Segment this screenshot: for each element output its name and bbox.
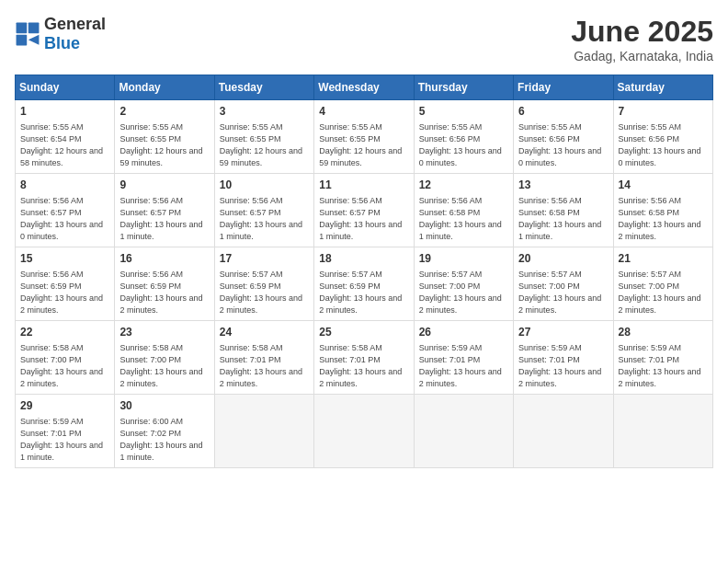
day-info: Sunrise: 5:59 AMSunset: 7:01 PMDaylight:… [619,342,708,390]
calendar-week-2: 8Sunrise: 5:56 AMSunset: 6:57 PMDaylight… [16,173,713,247]
calendar-cell: 9Sunrise: 5:56 AMSunset: 6:57 PMDaylight… [115,173,214,247]
day-number: 4 [319,104,408,120]
calendar-cell: 26Sunrise: 5:59 AMSunset: 7:01 PMDayligh… [414,320,513,394]
day-number: 20 [518,251,608,267]
title-block: June 2025 Gadag, Karnataka, India [571,15,713,63]
day-info: Sunrise: 5:56 AMSunset: 6:58 PMDaylight:… [419,195,508,243]
day-info: Sunrise: 5:55 AMSunset: 6:55 PMDaylight:… [220,121,309,169]
calendar-cell: 8Sunrise: 5:56 AMSunset: 6:57 PMDaylight… [16,173,115,247]
calendar-cell: 6Sunrise: 5:55 AMSunset: 6:56 PMDaylight… [514,100,613,174]
day-info: Sunrise: 5:59 AMSunset: 7:01 PMDaylight:… [20,416,109,464]
calendar-cell: 2Sunrise: 5:55 AMSunset: 6:55 PMDaylight… [115,100,214,174]
svg-rect-3 [17,35,28,46]
day-info: Sunrise: 5:56 AMSunset: 6:59 PMDaylight:… [119,269,209,316]
day-number: 14 [619,178,708,193]
weekday-header-tuesday: Tuesday [214,75,313,100]
day-info: Sunrise: 5:56 AMSunset: 6:58 PMDaylight:… [619,195,708,243]
logo-general: General [44,15,106,33]
weekday-header-monday: Monday [115,75,214,100]
calendar-cell [314,394,414,467]
weekday-header-thursday: Thursday [414,75,513,100]
calendar-cell: 19Sunrise: 5:57 AMSunset: 7:00 PMDayligh… [414,247,513,320]
day-number: 28 [619,325,708,340]
calendar-cell: 21Sunrise: 5:57 AMSunset: 7:00 PMDayligh… [613,247,712,320]
day-number: 23 [119,325,209,340]
logo: General Blue [15,15,106,53]
day-info: Sunrise: 5:55 AMSunset: 6:55 PMDaylight:… [119,121,209,169]
day-number: 29 [20,398,109,414]
weekday-header-wednesday: Wednesday [314,75,414,100]
day-number: 24 [220,325,309,340]
weekday-header-row: SundayMondayTuesdayWednesdayThursdayFrid… [16,75,713,100]
day-number: 22 [20,325,109,340]
calendar-cell: 24Sunrise: 5:58 AMSunset: 7:01 PMDayligh… [214,320,313,394]
calendar-cell: 20Sunrise: 5:57 AMSunset: 7:00 PMDayligh… [514,247,613,320]
month-title: June 2025 [571,15,713,49]
calendar-cell: 5Sunrise: 5:55 AMSunset: 6:56 PMDaylight… [414,100,513,174]
day-number: 30 [119,398,209,414]
calendar-cell: 22Sunrise: 5:58 AMSunset: 7:00 PMDayligh… [16,320,115,394]
day-number: 26 [419,325,508,340]
calendar-cell: 27Sunrise: 5:59 AMSunset: 7:01 PMDayligh… [514,320,613,394]
day-info: Sunrise: 5:59 AMSunset: 7:01 PMDaylight:… [518,342,608,390]
calendar-cell: 25Sunrise: 5:58 AMSunset: 7:01 PMDayligh… [314,320,414,394]
calendar-cell [514,394,613,467]
day-number: 10 [220,178,309,193]
day-info: Sunrise: 5:58 AMSunset: 7:00 PMDaylight:… [20,342,109,390]
day-number: 19 [419,251,508,267]
day-number: 27 [518,325,608,340]
day-info: Sunrise: 5:56 AMSunset: 6:57 PMDaylight:… [20,195,109,243]
day-info: Sunrise: 5:56 AMSunset: 6:57 PMDaylight:… [319,195,408,243]
day-number: 7 [619,104,708,120]
calendar-cell: 23Sunrise: 5:58 AMSunset: 7:00 PMDayligh… [115,320,214,394]
day-info: Sunrise: 5:57 AMSunset: 7:00 PMDaylight:… [419,269,508,316]
calendar-cell: 13Sunrise: 5:56 AMSunset: 6:58 PMDayligh… [514,173,613,247]
day-info: Sunrise: 5:55 AMSunset: 6:55 PMDaylight:… [319,121,408,169]
calendar-cell [414,394,513,467]
day-number: 11 [319,178,408,193]
calendar-cell: 28Sunrise: 5:59 AMSunset: 7:01 PMDayligh… [613,320,712,394]
day-number: 13 [518,178,608,193]
day-info: Sunrise: 5:57 AMSunset: 6:59 PMDaylight:… [319,269,408,316]
day-info: Sunrise: 5:55 AMSunset: 6:56 PMDaylight:… [419,121,508,169]
weekday-header-friday: Friday [514,75,613,100]
day-info: Sunrise: 5:57 AMSunset: 7:00 PMDaylight:… [619,269,708,316]
day-info: Sunrise: 5:56 AMSunset: 6:57 PMDaylight:… [220,195,309,243]
day-info: Sunrise: 5:58 AMSunset: 7:01 PMDaylight:… [319,342,408,390]
day-number: 6 [518,104,608,120]
weekday-header-sunday: Sunday [16,75,115,100]
calendar-cell [214,394,313,467]
day-info: Sunrise: 6:00 AMSunset: 7:02 PMDaylight:… [119,416,209,464]
calendar-cell: 4Sunrise: 5:55 AMSunset: 6:55 PMDaylight… [314,100,414,174]
calendar-cell: 11Sunrise: 5:56 AMSunset: 6:57 PMDayligh… [314,173,414,247]
day-info: Sunrise: 5:59 AMSunset: 7:01 PMDaylight:… [419,342,508,390]
day-number: 17 [220,251,309,267]
logo-icon [15,21,40,47]
day-info: Sunrise: 5:58 AMSunset: 7:01 PMDaylight:… [220,342,309,390]
day-info: Sunrise: 5:56 AMSunset: 6:59 PMDaylight:… [20,269,109,316]
day-number: 21 [619,251,708,267]
day-number: 8 [20,178,109,193]
calendar-week-1: 1Sunrise: 5:55 AMSunset: 6:54 PMDaylight… [16,100,713,174]
location-subtitle: Gadag, Karnataka, India [571,49,713,63]
calendar-week-4: 22Sunrise: 5:58 AMSunset: 7:00 PMDayligh… [16,320,713,394]
calendar-cell: 12Sunrise: 5:56 AMSunset: 6:58 PMDayligh… [414,173,513,247]
day-info: Sunrise: 5:55 AMSunset: 6:54 PMDaylight:… [20,121,109,169]
day-info: Sunrise: 5:57 AMSunset: 7:00 PMDaylight:… [518,269,608,316]
svg-rect-2 [28,23,40,34]
day-number: 1 [20,104,109,120]
day-number: 5 [419,104,508,120]
day-number: 2 [119,104,209,120]
day-number: 12 [419,178,508,193]
calendar-cell: 16Sunrise: 5:56 AMSunset: 6:59 PMDayligh… [115,247,214,320]
calendar-cell: 7Sunrise: 5:55 AMSunset: 6:56 PMDaylight… [613,100,712,174]
day-info: Sunrise: 5:56 AMSunset: 6:57 PMDaylight:… [119,195,209,243]
day-info: Sunrise: 5:56 AMSunset: 6:58 PMDaylight:… [518,195,608,243]
page-header: General Blue June 2025 Gadag, Karnataka,… [15,15,713,63]
calendar-cell [613,394,712,467]
svg-rect-1 [17,23,28,34]
weekday-header-saturday: Saturday [613,75,712,100]
calendar-cell: 15Sunrise: 5:56 AMSunset: 6:59 PMDayligh… [16,247,115,320]
calendar-cell: 18Sunrise: 5:57 AMSunset: 6:59 PMDayligh… [314,247,414,320]
calendar-cell: 30Sunrise: 6:00 AMSunset: 7:02 PMDayligh… [115,394,214,467]
